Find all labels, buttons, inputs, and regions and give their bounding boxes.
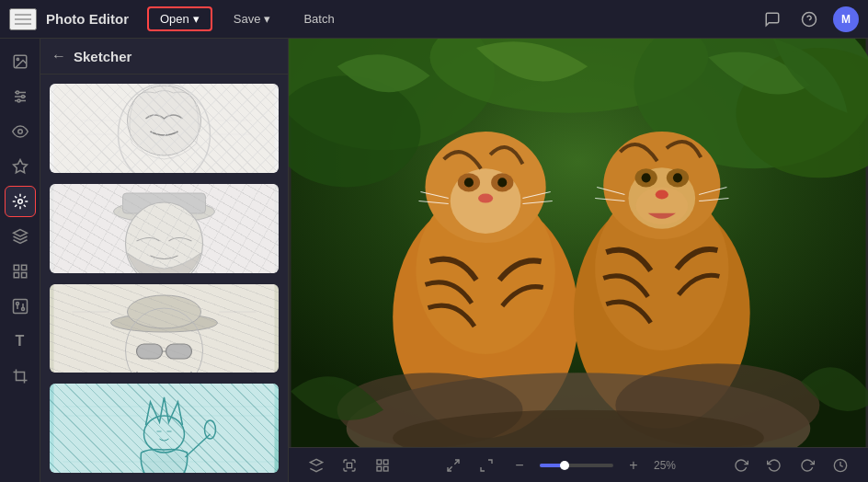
svg-rect-32 xyxy=(123,193,206,213)
svg-marker-10 xyxy=(13,160,27,173)
svg-point-2 xyxy=(17,58,18,60)
sidebar-magic-icon[interactable] xyxy=(5,151,36,182)
svg-point-78 xyxy=(656,189,668,199)
sidebar-crop-icon[interactable] xyxy=(5,361,36,392)
effects-list: Charcoal GFXAi Sketcher GFXAi xyxy=(40,75,288,482)
svg-point-76 xyxy=(642,173,651,182)
left-sidebar: T xyxy=(0,39,40,482)
panel-title: Sketcher xyxy=(74,49,131,64)
svg-rect-16 xyxy=(14,273,18,278)
layers-toggle-button[interactable] xyxy=(303,453,329,478)
main-layout: T ← Sketcher xyxy=(0,39,868,482)
svg-point-18 xyxy=(16,303,18,305)
svg-marker-12 xyxy=(13,230,27,237)
topbar-icons: M xyxy=(760,6,859,32)
panel-header: ← Sketcher xyxy=(40,39,288,75)
svg-point-36 xyxy=(128,295,201,328)
menu-button[interactable] xyxy=(9,8,37,30)
canvas-image xyxy=(289,39,868,447)
sidebar-filters-icon[interactable] xyxy=(5,291,36,322)
panel-back-button[interactable]: ← xyxy=(51,48,66,64)
transform-button[interactable] xyxy=(337,453,362,478)
svg-point-25 xyxy=(128,86,201,155)
zoom-in-icon: + xyxy=(629,457,637,474)
svg-rect-37 xyxy=(137,344,163,359)
zoom-in-button[interactable]: + xyxy=(621,453,646,478)
svg-point-66 xyxy=(464,178,474,187)
zoom-percent: 25% xyxy=(654,459,683,472)
svg-marker-91 xyxy=(310,459,322,465)
history-button[interactable] xyxy=(828,453,853,478)
svg-point-19 xyxy=(21,308,24,311)
bottom-right-controls xyxy=(728,453,853,478)
svg-point-40 xyxy=(126,308,203,373)
svg-point-31 xyxy=(114,201,215,223)
svg-point-9 xyxy=(17,130,22,134)
avatar[interactable]: M xyxy=(833,6,859,32)
svg-point-35 xyxy=(111,314,218,332)
svg-rect-23 xyxy=(54,84,275,173)
canvas-main[interactable] xyxy=(289,39,868,447)
svg-point-8 xyxy=(17,99,20,102)
save-button[interactable]: Save ▾ xyxy=(222,7,283,30)
chat-icon-button[interactable] xyxy=(760,6,785,32)
undo-button[interactable] xyxy=(761,453,787,478)
grid-button[interactable] xyxy=(370,453,395,478)
svg-point-7 xyxy=(21,96,24,98)
svg-rect-38 xyxy=(166,344,192,359)
redo-button[interactable] xyxy=(794,453,820,478)
sidebar-text-icon[interactable]: T xyxy=(5,326,36,357)
svg-rect-94 xyxy=(383,460,388,465)
effects-panel: ← Sketcher Charcoal GFXAi xyxy=(40,39,289,482)
fit-screen-button[interactable] xyxy=(440,453,466,478)
svg-rect-93 xyxy=(377,460,382,465)
svg-point-68 xyxy=(478,194,493,203)
svg-rect-17 xyxy=(13,300,27,314)
svg-rect-22 xyxy=(16,373,24,381)
bottom-left-controls xyxy=(303,453,395,478)
svg-point-77 xyxy=(673,173,682,182)
svg-line-47 xyxy=(186,434,211,457)
sidebar-objects-icon[interactable] xyxy=(5,256,36,287)
app-title: Photo Editor xyxy=(46,11,129,27)
svg-rect-92 xyxy=(347,463,351,467)
sidebar-view-icon[interactable] xyxy=(5,116,36,147)
zoom-fit-button[interactable] xyxy=(474,453,499,478)
sidebar-layers-icon[interactable] xyxy=(5,221,36,252)
bottom-bar: − + 25% xyxy=(289,447,868,482)
effect-card-sketcher-2[interactable]: Sketcher 2 xyxy=(50,384,279,473)
open-button[interactable]: Open ▾ xyxy=(147,6,212,31)
svg-rect-96 xyxy=(377,466,382,471)
effect-card-sketcher-gfx[interactable]: Sketcher GFXAi xyxy=(50,184,279,273)
svg-point-24 xyxy=(119,84,211,173)
svg-point-44 xyxy=(144,416,185,453)
help-icon-button[interactable] xyxy=(796,6,822,32)
svg-point-48 xyxy=(205,420,216,439)
svg-rect-15 xyxy=(21,273,26,278)
batch-button[interactable]: Batch xyxy=(291,7,346,30)
svg-point-11 xyxy=(17,200,22,204)
sidebar-effects-icon[interactable] xyxy=(5,186,36,217)
svg-rect-30 xyxy=(54,184,275,273)
sidebar-image-icon[interactable] xyxy=(5,46,36,77)
rotate-cw-button[interactable] xyxy=(728,453,754,478)
svg-line-97 xyxy=(454,460,459,465)
svg-rect-34 xyxy=(54,284,275,373)
bottom-center-controls: − + 25% xyxy=(440,453,683,478)
topbar: Photo Editor Open ▾ Save ▾ Batch M xyxy=(0,0,868,39)
canvas-area: − + 25% xyxy=(289,39,868,482)
svg-rect-13 xyxy=(14,265,18,270)
svg-line-98 xyxy=(448,466,452,471)
svg-point-6 xyxy=(16,91,18,94)
zoom-out-button[interactable]: − xyxy=(507,453,532,478)
sidebar-adjustments-icon[interactable] xyxy=(5,81,36,112)
zoom-slider[interactable] xyxy=(540,464,613,467)
effect-card-sketcher-1[interactable]: Sketcher 1 xyxy=(50,284,279,373)
svg-point-33 xyxy=(126,202,203,273)
svg-rect-95 xyxy=(383,466,388,471)
zoom-out-icon: − xyxy=(515,457,523,474)
text-icon: T xyxy=(16,333,25,350)
effect-card-charcoal-gfx[interactable]: Charcoal GFXAi xyxy=(50,84,279,173)
svg-rect-43 xyxy=(54,384,275,473)
svg-rect-14 xyxy=(21,265,26,270)
